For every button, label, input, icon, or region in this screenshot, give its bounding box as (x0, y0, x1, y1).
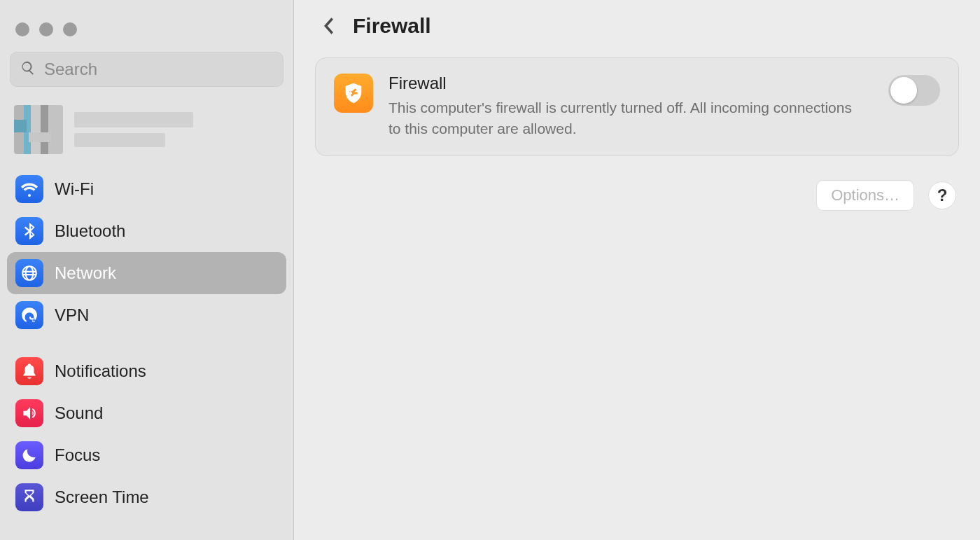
sidebar-item-network[interactable]: Network (7, 252, 286, 294)
sidebar: Wi-Fi Bluetooth Network VPN Notification… (0, 0, 294, 540)
toggle-knob (890, 77, 917, 104)
main-panel: Firewall Firewall This computer's firewa… (294, 0, 980, 540)
help-button[interactable]: ? (928, 181, 956, 209)
wifi-icon (15, 175, 43, 203)
sidebar-item-label: Notifications (55, 361, 146, 381)
sidebar-item-sound[interactable]: Sound (7, 392, 286, 434)
minimize-window-button[interactable] (39, 22, 53, 36)
apple-id-account-row[interactable] (7, 101, 286, 168)
avatar (14, 105, 63, 154)
firewall-toggle[interactable] (888, 75, 940, 106)
actions-row: Options… ? (315, 180, 959, 211)
bell-icon (15, 357, 43, 385)
sidebar-item-focus[interactable]: Focus (7, 434, 286, 476)
account-name-redacted (74, 112, 193, 147)
search-field[interactable] (10, 52, 284, 87)
search-icon (20, 60, 44, 78)
sidebar-item-label: Screen Time (55, 487, 149, 507)
sidebar-item-notifications[interactable]: Notifications (7, 350, 286, 392)
sidebar-item-wifi[interactable]: Wi-Fi (7, 168, 286, 210)
header: Firewall (315, 14, 959, 38)
sidebar-item-label: Focus (55, 445, 100, 465)
firewall-description: This computer's firewall is currently tu… (388, 97, 864, 140)
firewall-card: Firewall This computer's firewall is cur… (315, 57, 959, 156)
zoom-window-button[interactable] (63, 22, 77, 36)
sidebar-item-label: Wi-Fi (55, 179, 94, 199)
close-window-button[interactable] (15, 22, 29, 36)
window-controls (7, 14, 286, 52)
options-button[interactable]: Options… (816, 180, 914, 211)
bluetooth-icon (15, 217, 43, 245)
sidebar-item-label: Sound (55, 403, 103, 423)
sidebar-item-label: Network (55, 263, 116, 283)
sidebar-item-label: VPN (55, 305, 89, 325)
sidebar-item-vpn[interactable]: VPN (7, 294, 286, 336)
search-input[interactable] (44, 60, 273, 79)
sidebar-item-label: Bluetooth (55, 221, 125, 241)
globe-icon (15, 259, 43, 287)
firewall-title: Firewall (388, 74, 873, 93)
back-button[interactable] (319, 16, 339, 36)
moon-icon (15, 441, 43, 469)
sidebar-item-screentime[interactable]: Screen Time (7, 476, 286, 518)
page-title: Firewall (353, 14, 431, 38)
speaker-icon (15, 399, 43, 427)
hourglass-icon (15, 483, 43, 511)
sidebar-item-bluetooth[interactable]: Bluetooth (7, 210, 286, 252)
firewall-shield-icon (334, 74, 373, 113)
vpn-icon (15, 301, 43, 329)
